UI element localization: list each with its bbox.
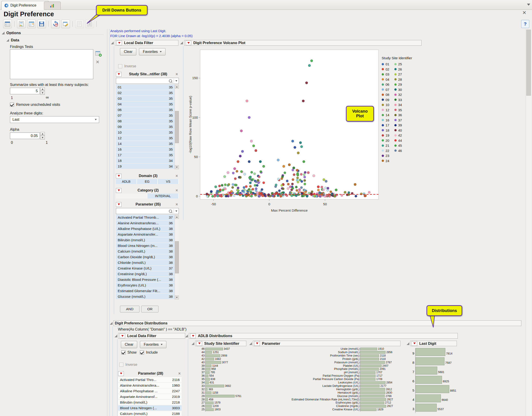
filter-row[interactable]: Blood Urea Nitrogen (m...38 bbox=[116, 243, 175, 249]
legend-item[interactable]: 42 bbox=[394, 134, 402, 137]
close-icon[interactable]: × bbox=[175, 188, 179, 193]
close-icon[interactable]: × bbox=[175, 174, 179, 178]
filter-row[interactable]: 0435 bbox=[116, 102, 175, 107]
favorites-button[interactable]: Favorites bbox=[139, 48, 166, 55]
site-search-input[interactable] bbox=[116, 78, 179, 84]
legend-item[interactable]: 01 bbox=[382, 62, 389, 66]
site-dist-header[interactable]: Study Site Identifier bbox=[195, 341, 246, 346]
scroll-up-icon[interactable] bbox=[175, 215, 179, 219]
filter-row[interactable]: 0235 bbox=[116, 90, 175, 96]
param-dist-header[interactable]: Parameter bbox=[253, 341, 401, 346]
red-triangle-menu-icon[interactable] bbox=[412, 341, 417, 346]
volcano-plot[interactable]: 050100150-50050-log10(Raw Row Mean Score… bbox=[187, 47, 386, 221]
parameter-filter-list[interactable]: Activated Partial Thromb...37Alanine Ami… bbox=[116, 215, 179, 300]
filter-row[interactable]: Activated Partial Thro...2116 bbox=[118, 377, 182, 383]
dist-local-data-filter-header[interactable]: Local Data Filter bbox=[118, 333, 185, 339]
legend-item[interactable]: 30 bbox=[394, 88, 402, 92]
site-filter-list[interactable]: 0135023503350435063507350835093510351235… bbox=[116, 85, 179, 169]
filter-row[interactable]: Calcium (mmol/L)38 bbox=[116, 249, 175, 254]
filter-row[interactable]: 1235 bbox=[116, 135, 175, 141]
legend-item[interactable]: 33 bbox=[394, 98, 402, 102]
close-icon[interactable]: × bbox=[177, 371, 182, 376]
filter-row[interactable]: Carbon Dioxide (mg/dL)38 bbox=[116, 254, 175, 260]
and-button[interactable]: AND bbox=[120, 306, 139, 312]
adlb-distributions-header[interactable]: ADLB Distributions bbox=[189, 333, 458, 339]
filter-row[interactable]: 1635 bbox=[116, 147, 175, 152]
filter-row[interactable]: 1435 bbox=[116, 141, 175, 147]
red-triangle-menu-icon[interactable] bbox=[119, 333, 125, 338]
legend-item[interactable]: 17 bbox=[382, 123, 389, 127]
legend-item[interactable]: 08 bbox=[382, 93, 389, 96]
last-digit-distribution-chart[interactable]: 97814875877568166925588514664035537 bbox=[411, 347, 457, 416]
alpha-stepper[interactable] bbox=[40, 132, 45, 140]
volcano-header[interactable]: Digit Preference Volcano Plot bbox=[184, 40, 422, 46]
legend-item[interactable]: 06 bbox=[382, 83, 389, 86]
legend-item[interactable]: 35 bbox=[394, 108, 402, 112]
legend-item[interactable]: 36 bbox=[394, 113, 402, 117]
collapse-icon[interactable] bbox=[110, 322, 112, 325]
distributions-header[interactable]: Digit Preference Distributions bbox=[113, 320, 521, 326]
legend-item[interactable]: 10 bbox=[382, 103, 389, 107]
data-header[interactable]: Data bbox=[6, 38, 19, 43]
show-checkbox[interactable] bbox=[121, 350, 125, 355]
legend-item[interactable]: 24 bbox=[382, 159, 389, 163]
legend-item[interactable]: 16 bbox=[382, 118, 389, 122]
collapse-icon[interactable] bbox=[6, 39, 9, 42]
site-distribution-chart[interactable]: 4634374412514329084216824030773911443895… bbox=[198, 347, 247, 416]
filter-row[interactable]: Estimated Glomerular Filt...38 bbox=[116, 288, 175, 294]
findings-tests-listbox[interactable] bbox=[10, 49, 93, 79]
filter-row[interactable]: 0635 bbox=[116, 107, 175, 113]
list-scrollbar[interactable] bbox=[175, 215, 179, 300]
stepper-up-icon[interactable] bbox=[40, 132, 45, 136]
collapse-icon[interactable] bbox=[180, 42, 183, 44]
filter-row[interactable]: Bilirubin (mmol/L)2218 bbox=[118, 400, 182, 405]
parameter-search-input[interactable] bbox=[116, 208, 179, 214]
collapse-icon[interactable] bbox=[185, 335, 188, 337]
filter-row[interactable]: Aspartate Aminotransf...2319 bbox=[118, 394, 182, 400]
alpha-input[interactable]: 0.05 bbox=[10, 132, 40, 139]
tab-chart[interactable] bbox=[44, 1, 61, 10]
options-header[interactable]: Options bbox=[2, 31, 21, 35]
red-triangle-menu-icon[interactable] bbox=[116, 174, 122, 178]
filter-row[interactable]: 1035 bbox=[116, 130, 175, 135]
save-script-icon[interactable] bbox=[37, 20, 46, 28]
analyze-digits-select[interactable]: Last bbox=[10, 116, 99, 123]
red-triangle-menu-icon[interactable] bbox=[116, 72, 122, 77]
stepper-down-icon[interactable] bbox=[40, 136, 45, 140]
segment-INTERVAL[interactable]: INTERVAL bbox=[147, 194, 179, 199]
scrollbar-thumb[interactable] bbox=[175, 241, 179, 273]
legend-item[interactable]: 26 bbox=[394, 68, 402, 71]
filter-row[interactable]: Blood Urea Nitrogen (...3003 bbox=[118, 405, 182, 411]
filter-row[interactable]: 1934 bbox=[116, 164, 175, 169]
filter-row[interactable]: 0735 bbox=[116, 113, 175, 118]
legend-item[interactable]: 39 bbox=[394, 123, 402, 127]
filter-row[interactable]: Erythrocytes (U/L)38 bbox=[116, 283, 175, 288]
add-table-icon[interactable] bbox=[95, 50, 102, 58]
segment-blank[interactable] bbox=[116, 194, 147, 199]
filter-row[interactable]: Chloride (mmol/L)38 bbox=[116, 260, 175, 266]
data-table-icon[interactable] bbox=[3, 20, 12, 28]
filter-row[interactable]: Activated Partial Thromb...37 bbox=[116, 215, 175, 220]
report-layout-icon[interactable] bbox=[27, 20, 36, 28]
legend-item[interactable]: 07 bbox=[382, 88, 389, 92]
collapse-icon[interactable] bbox=[111, 42, 114, 44]
red-triangle-menu-icon[interactable] bbox=[116, 202, 122, 207]
clear-findings-icon[interactable]: × bbox=[96, 59, 99, 65]
filter-row[interactable]: 0135 bbox=[116, 85, 175, 90]
filter-row[interactable]: 1735 bbox=[116, 152, 175, 158]
filter-row[interactable]: Diastolic Blood Pressure (...38 bbox=[116, 277, 175, 283]
tab-overflow-icon[interactable] bbox=[527, 4, 530, 6]
red-triangle-menu-icon[interactable] bbox=[197, 341, 202, 346]
filter-row[interactable]: Alkaline Phosphatase (U/L)38 bbox=[116, 226, 175, 232]
collapse-icon[interactable] bbox=[2, 32, 5, 34]
filter-row[interactable]: Alkaline Phosphatase ...2247 bbox=[118, 388, 182, 394]
legend-item[interactable]: 27 bbox=[394, 73, 402, 76]
summarize-stepper[interactable] bbox=[40, 87, 45, 95]
red-triangle-menu-icon[interactable] bbox=[116, 188, 122, 193]
legend-item[interactable]: 03 bbox=[382, 73, 389, 76]
inverse-checkbox[interactable] bbox=[118, 64, 122, 68]
segment-VS[interactable]: VS bbox=[158, 179, 179, 184]
filter-row[interactable]: Aspartate Aminotransfer...38 bbox=[116, 232, 175, 237]
legend-item[interactable]: 21 bbox=[382, 144, 389, 147]
collapse-icon[interactable] bbox=[115, 335, 117, 337]
